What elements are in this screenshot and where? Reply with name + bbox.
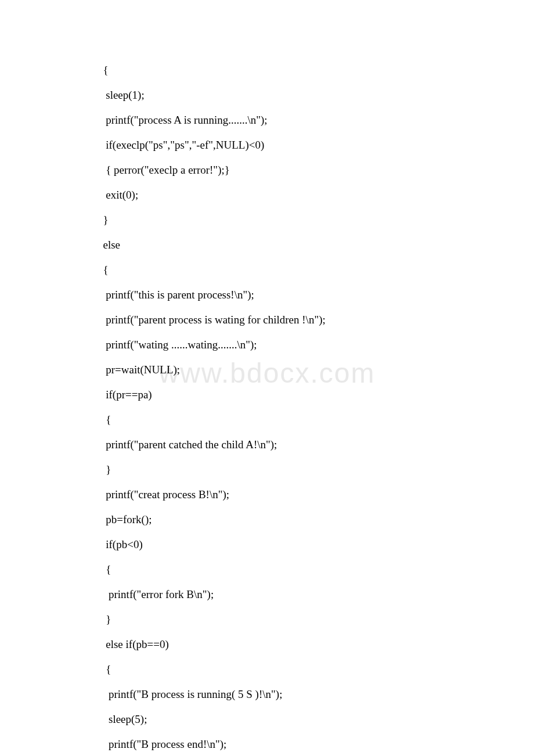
code-line: { (98, 563, 488, 576)
code-line: if(pr==pa) (98, 388, 488, 401)
code-line: { (98, 264, 488, 276)
code-line: exit(0); (98, 189, 488, 201)
code-line: printf("wating ......wating.......\n"); (98, 339, 488, 351)
code-line: { (98, 663, 488, 676)
code-line: pr=wait(NULL); (98, 363, 488, 376)
code-line: { (98, 64, 488, 77)
code-line: printf("B process is running( 5 S )!\n")… (98, 688, 488, 701)
code-line: { (98, 413, 488, 426)
code-line: sleep(1); (98, 89, 488, 102)
code-line: } (98, 463, 488, 476)
code-line: if(pb<0) (98, 538, 488, 551)
code-line: printf("error fork B\n"); (98, 588, 488, 601)
code-line: } (98, 214, 488, 226)
code-line: printf("parent process is wating for chi… (98, 314, 488, 326)
code-line: printf("B process end!\n"); (98, 738, 488, 751)
code-line: printf("this is parent process!\n"); (98, 289, 488, 301)
code-block: { sleep(1); printf("process A is running… (0, 0, 534, 756)
code-line: if(execlp("ps","ps","-ef",NULL)<0) (98, 139, 488, 152)
code-line: } (98, 613, 488, 626)
code-line: else (98, 239, 488, 251)
code-line: pb=fork(); (98, 513, 488, 526)
code-line: printf("process A is running.......\n"); (98, 114, 488, 127)
code-line: { perror("execlp a error!");} (98, 164, 488, 177)
code-line: printf("creat process B!\n"); (98, 488, 488, 501)
code-line: printf("parent catched the child A!\n"); (98, 438, 488, 451)
code-line: else if(pb==0) (98, 638, 488, 651)
code-line: sleep(5); (98, 713, 488, 726)
